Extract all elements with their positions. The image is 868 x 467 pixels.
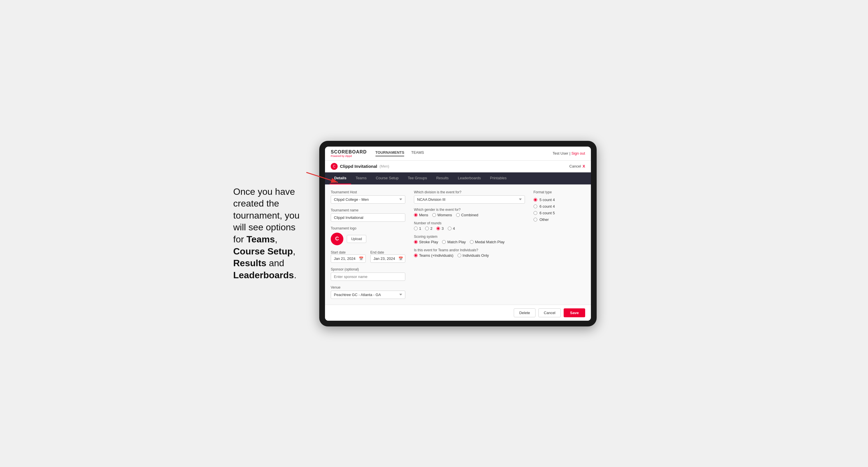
cancel-top-button[interactable]: Cancel X: [569, 164, 585, 168]
gender-womens-radio[interactable]: [432, 213, 436, 217]
breadcrumb-bar: C Clippd Invitational (Men) Cancel X: [325, 161, 591, 173]
teams-plus-label: Teams (+Individuals): [419, 253, 454, 258]
left-column: Tournament Host Clippd College - Men Tou…: [331, 190, 405, 299]
gender-womens-label: Womens: [437, 213, 452, 217]
logo-area: SCOREBOARD Powered by clippd: [331, 150, 367, 157]
breadcrumb-left: C Clippd Invitational (Men): [331, 163, 389, 170]
rounds-3-label: 3: [441, 226, 443, 230]
scoring-stroke-label: Stroke Play: [419, 240, 438, 244]
logo-subtitle: Powered by clippd: [331, 155, 367, 157]
logo-title: SCOREBOARD: [331, 150, 367, 155]
rounds-3-radio[interactable]: [436, 227, 440, 230]
back-letter: C: [333, 164, 336, 168]
scoring-label: Scoring system: [414, 235, 525, 239]
rounds-4-option[interactable]: 4: [448, 226, 455, 230]
tournament-logo-label: Tournament logo: [331, 226, 405, 230]
tab-printables[interactable]: Printables: [485, 173, 511, 184]
sign-out-link[interactable]: Sign out: [571, 151, 585, 155]
format-6count4-label: 6 count 4: [539, 204, 555, 209]
start-date-field: Start date 📅: [331, 250, 366, 263]
format-other-label: Other: [539, 217, 549, 222]
rounds-1-radio[interactable]: [414, 227, 417, 230]
end-date-calendar-icon: 📅: [398, 256, 403, 261]
gender-womens-option[interactable]: Womens: [432, 213, 452, 217]
tab-course-setup[interactable]: Course Setup: [371, 173, 403, 184]
save-button[interactable]: Save: [564, 308, 585, 317]
teams-plus-radio[interactable]: [414, 254, 417, 257]
format-5count4-option[interactable]: 5 count 4: [533, 198, 585, 202]
gender-mens-option[interactable]: Mens: [414, 213, 428, 217]
scoring-medal-option[interactable]: Medal Match Play: [470, 240, 504, 244]
tournament-host-field: Tournament Host Clippd College - Men: [331, 190, 405, 204]
scoring-medal-radio[interactable]: [470, 240, 473, 244]
format-5count4-label: 5 count 4: [539, 198, 555, 202]
tournament-host-select[interactable]: Clippd College - Men: [331, 195, 405, 204]
back-button[interactable]: C: [331, 163, 338, 170]
gender-mens-radio[interactable]: [414, 213, 417, 217]
date-row: Start date 📅 End date 📅: [331, 250, 405, 263]
start-date-label: Start date: [331, 250, 346, 254]
scoring-match-label: Match Play: [447, 240, 466, 244]
main-content: Tournament Host Clippd College - Men Tou…: [325, 184, 591, 305]
start-date-calendar-icon: 📅: [359, 256, 364, 261]
individuals-only-radio[interactable]: [458, 254, 461, 257]
nav-tournaments[interactable]: TOURNAMENTS: [375, 150, 404, 156]
gender-mens-label: Mens: [419, 213, 428, 217]
venue-field: Venue Peachtree GC - Atlanta - GA: [331, 285, 405, 299]
sponsor-input[interactable]: [331, 273, 405, 281]
rounds-1-option[interactable]: 1: [414, 226, 421, 230]
cancel-button[interactable]: Cancel: [538, 308, 561, 317]
top-nav: SCOREBOARD Powered by clippd TOURNAMENTS…: [325, 147, 591, 161]
tab-results[interactable]: Results: [432, 173, 453, 184]
teams-field: Is this event for Teams and/or Individua…: [414, 248, 525, 258]
rounds-3-option[interactable]: 3: [436, 226, 443, 230]
upload-button[interactable]: Upload: [347, 235, 366, 243]
logo-circle: C: [331, 232, 343, 245]
gender-combined-radio[interactable]: [456, 213, 460, 217]
tab-teams[interactable]: Teams: [351, 173, 371, 184]
sidebar-results: Results: [233, 258, 267, 268]
rounds-4-radio[interactable]: [448, 227, 452, 230]
scoring-stroke-option[interactable]: Stroke Play: [414, 240, 438, 244]
venue-select[interactable]: Peachtree GC - Atlanta - GA: [331, 290, 405, 299]
format-6count4-radio[interactable]: [533, 205, 537, 208]
footer-bar: Delete Cancel Save: [325, 305, 591, 321]
format-6count5-label: 6 count 5: [539, 211, 555, 215]
scoring-match-radio[interactable]: [442, 240, 446, 244]
tab-leaderboards[interactable]: Leaderboards: [453, 173, 485, 184]
scoring-medal-label: Medal Match Play: [475, 240, 504, 244]
format-6count4-option[interactable]: 6 count 4: [533, 204, 585, 209]
teams-plus-individuals-option[interactable]: Teams (+Individuals): [414, 253, 454, 258]
tab-details[interactable]: Details: [330, 173, 351, 184]
division-select[interactable]: NCAA Division III: [414, 195, 525, 204]
delete-button[interactable]: Delete: [514, 308, 535, 317]
rounds-field: Number of rounds 1 2: [414, 221, 525, 230]
scoring-stroke-radio[interactable]: [414, 240, 417, 244]
gender-combined-option[interactable]: Combined: [456, 213, 478, 217]
rounds-2-radio[interactable]: [425, 227, 429, 230]
sponsor-field: Sponsor (optional): [331, 267, 405, 281]
sponsor-label: Sponsor (optional): [331, 267, 405, 271]
logo-letter: C: [335, 236, 339, 242]
format-5count4-radio[interactable]: [533, 198, 537, 201]
tournament-name-input[interactable]: [331, 213, 405, 222]
scoring-match-option[interactable]: Match Play: [442, 240, 466, 244]
gender-combined-label: Combined: [461, 213, 478, 217]
individuals-only-option[interactable]: Individuals Only: [458, 253, 489, 258]
scoring-radio-group: Stroke Play Match Play Medal Match Play: [414, 240, 525, 244]
format-6count5-option[interactable]: 6 count 5: [533, 211, 585, 215]
nav-teams[interactable]: TEAMS: [411, 150, 424, 156]
tablet-shell: SCOREBOARD Powered by clippd TOURNAMENTS…: [319, 141, 597, 326]
breadcrumb-title: Clippd Invitational: [340, 164, 377, 169]
tablet-screen: SCOREBOARD Powered by clippd TOURNAMENTS…: [325, 147, 591, 321]
tab-tee-groups[interactable]: Tee Groups: [403, 173, 431, 184]
rounds-2-option[interactable]: 2: [425, 226, 432, 230]
format-other-option[interactable]: Other: [533, 217, 585, 222]
division-field: Which division is the event for? NCAA Di…: [414, 190, 525, 204]
tournament-name-label: Tournament name: [331, 208, 405, 212]
format-other-radio[interactable]: [533, 218, 537, 221]
scoring-field: Scoring system Stroke Play Match Play: [414, 235, 525, 244]
format-6count5-radio[interactable]: [533, 211, 537, 215]
user-name: Test User |: [553, 151, 570, 155]
teams-label: Is this event for Teams and/or Individua…: [414, 248, 525, 252]
